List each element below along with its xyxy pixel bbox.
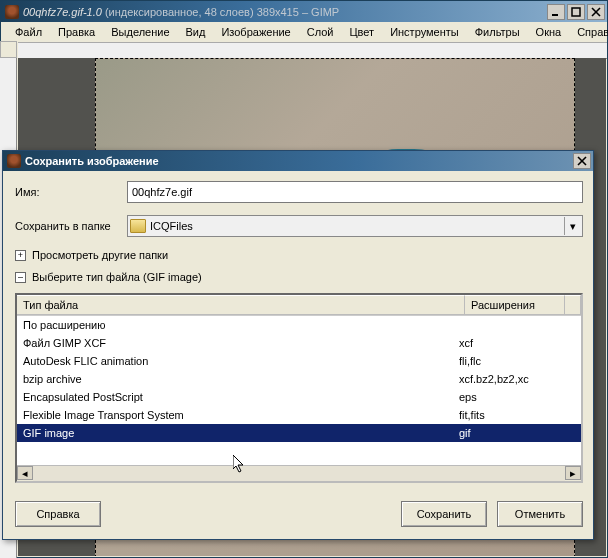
gimp-app-icon <box>5 5 19 19</box>
filetype-name: Файл GIMP XCF <box>23 337 459 349</box>
menu-filters[interactable]: Фильтры <box>467 24 528 40</box>
col-ext-header[interactable]: Расширения <box>465 295 565 315</box>
filetype-ext: xcf.bz2,bz2,xc <box>459 373 575 385</box>
folder-icon <box>130 219 146 233</box>
filetype-row[interactable]: По расширению <box>17 316 581 334</box>
filetype-row[interactable]: Flexible Image Transport Systemfit,fits <box>17 406 581 424</box>
filetype-row[interactable]: AutoDesk FLIC animationfli,flc <box>17 352 581 370</box>
ruler-horizontal[interactable] <box>18 42 607 59</box>
cancel-button[interactable]: Отменить <box>497 501 583 527</box>
filetype-list: Тип файла Расширения По расширениюФайл G… <box>15 293 583 483</box>
expand-type-label: Выберите тип файла (GIF image) <box>32 271 202 283</box>
menu-view[interactable]: Вид <box>178 24 214 40</box>
folder-label: Сохранить в папке <box>15 220 127 232</box>
menu-file[interactable]: Файл <box>7 24 50 40</box>
menu-color[interactable]: Цвет <box>341 24 382 40</box>
help-button[interactable]: Справка <box>15 501 101 527</box>
scroll-track[interactable] <box>33 466 565 481</box>
menu-layer[interactable]: Слой <box>299 24 342 40</box>
plus-icon: + <box>15 250 26 261</box>
gimp-app-icon <box>7 154 21 168</box>
scroll-right-arrow-icon[interactable]: ▸ <box>565 466 581 480</box>
filetype-ext: fit,fits <box>459 409 575 421</box>
menu-help[interactable]: Справка <box>569 24 608 40</box>
filetype-row[interactable]: Encapsulated PostScripteps <box>17 388 581 406</box>
save-dialog: Сохранить изображение Имя: Сохранить в п… <box>2 150 594 540</box>
dialog-close-button[interactable] <box>573 153 591 169</box>
main-titlebar: 00qhfz7e.gif-1.0 (индексированное, 48 сл… <box>1 1 607 22</box>
expand-other-folders[interactable]: + Просмотреть другие папки <box>15 249 583 261</box>
menubar: Файл Правка Выделение Вид Изображение Сл… <box>1 22 607 42</box>
col-type-header[interactable]: Тип файла <box>17 295 465 315</box>
filetype-rows[interactable]: По расширениюФайл GIMP XCFxcfAutoDesk FL… <box>17 316 581 465</box>
filetype-name: Flexible Image Transport System <box>23 409 459 421</box>
expand-other-label: Просмотреть другие папки <box>32 249 168 261</box>
minus-icon: – <box>15 272 26 283</box>
expand-filetype[interactable]: – Выберите тип файла (GIF image) <box>15 271 583 283</box>
menu-windows[interactable]: Окна <box>528 24 570 40</box>
filetype-row[interactable]: bzip archivexcf.bz2,bz2,xc <box>17 370 581 388</box>
filetype-row[interactable]: Файл GIMP XCFxcf <box>17 334 581 352</box>
folder-select[interactable]: ICQFiles ▾ <box>127 215 583 237</box>
scroll-left-arrow-icon[interactable]: ◂ <box>17 466 33 480</box>
h-scrollbar[interactable]: ◂ ▸ <box>17 465 581 481</box>
col-scroll-header <box>565 295 581 315</box>
ruler-corner <box>0 41 17 58</box>
chevron-down-icon[interactable]: ▾ <box>564 217 580 235</box>
filetype-name: AutoDesk FLIC animation <box>23 355 459 367</box>
dialog-titlebar: Сохранить изображение <box>3 151 593 171</box>
svg-rect-1 <box>572 8 580 16</box>
filetype-name: Encapsulated PostScript <box>23 391 459 403</box>
menu-edit[interactable]: Правка <box>50 24 103 40</box>
menu-select[interactable]: Выделение <box>103 24 177 40</box>
filename-input[interactable] <box>127 181 583 203</box>
name-label: Имя: <box>15 186 127 198</box>
filetype-ext: eps <box>459 391 575 403</box>
window-title: 00qhfz7e.gif-1.0 (индексированное, 48 сл… <box>23 6 547 18</box>
filetype-name: GIF image <box>23 427 459 439</box>
filetype-header: Тип файла Расширения <box>17 295 581 316</box>
filetype-ext: xcf <box>459 337 575 349</box>
maximize-button[interactable] <box>567 4 585 20</box>
menu-tools[interactable]: Инструменты <box>382 24 467 40</box>
save-button[interactable]: Сохранить <box>401 501 487 527</box>
dialog-title: Сохранить изображение <box>25 155 573 167</box>
menu-image[interactable]: Изображение <box>213 24 298 40</box>
filetype-row[interactable]: GIF imagegif <box>17 424 581 442</box>
filetype-ext: fli,flc <box>459 355 575 367</box>
close-button[interactable] <box>587 4 605 20</box>
filetype-ext: gif <box>459 427 575 439</box>
minimize-button[interactable] <box>547 4 565 20</box>
filetype-name: bzip archive <box>23 373 459 385</box>
filetype-name: По расширению <box>23 319 459 331</box>
filetype-ext <box>459 319 575 331</box>
folder-value: ICQFiles <box>150 220 564 232</box>
